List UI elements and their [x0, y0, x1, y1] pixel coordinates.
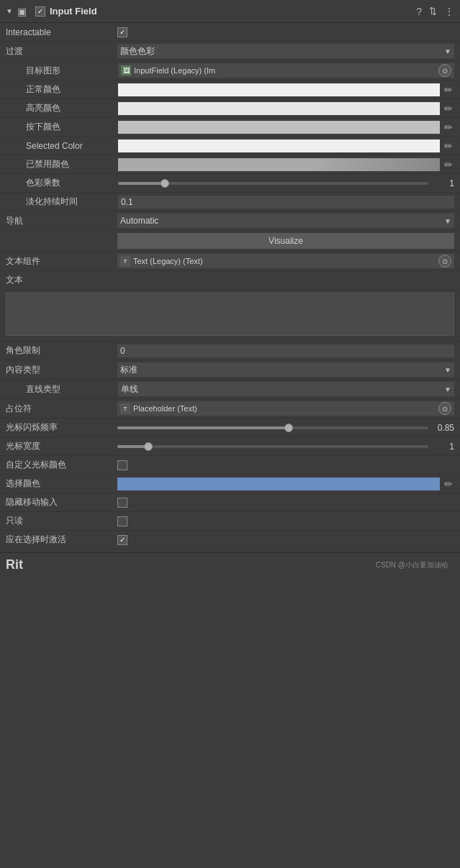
transition-value: 颜色色彩 ▼: [117, 44, 454, 58]
line-type-text: 单线: [121, 383, 138, 396]
line-type-dropdown[interactable]: 单线 ▼: [118, 382, 454, 396]
text-icon: T: [120, 256, 130, 266]
text-label-row: 文本: [0, 271, 460, 290]
read-only-label: 只读: [6, 515, 117, 527]
hide-mobile-label: 隐藏移动输入: [6, 496, 117, 508]
layout-toggle[interactable]: ▣: [17, 6, 27, 17]
caret-blink-display: 0.85: [433, 423, 454, 433]
selection-color-eyedropper[interactable]: ✏: [443, 478, 454, 490]
text-component-ref[interactable]: T Text (Legacy) (Text) ⊙: [117, 254, 454, 268]
selected-color-row: Selected Color ✏: [0, 137, 460, 155]
color-multiplier-track[interactable]: [118, 182, 428, 185]
fade-duration-input[interactable]: [118, 196, 454, 209]
help-icon[interactable]: ?: [416, 6, 422, 17]
normal-color-eyedropper[interactable]: ✏: [443, 84, 454, 96]
text-component-value: T Text (Legacy) (Text) ⊙: [117, 254, 454, 268]
content-type-dropdown[interactable]: 标准 ▼: [117, 362, 454, 377]
content-type-text: 标准: [120, 364, 137, 376]
enabled-checkbox[interactable]: ✓: [35, 6, 45, 17]
target-graphic-ref[interactable]: 🖼 InputField (Legacy) (Im ⊙: [118, 63, 454, 78]
color-multiplier-thumb[interactable]: [161, 179, 169, 188]
char-limit-input[interactable]: [117, 344, 454, 357]
disabled-color-eyedropper[interactable]: ✏: [443, 159, 454, 170]
transition-dropdown[interactable]: 颜色色彩 ▼: [117, 44, 454, 58]
navigation-dropdown[interactable]: Automatic ▼: [117, 214, 454, 228]
placeholder-ref[interactable]: T Placeholder (Text) ⊙: [117, 401, 454, 416]
normal-color-swatch[interactable]: [118, 83, 440, 96]
caret-blink-slider-container: 0.85: [117, 423, 454, 433]
transition-dropdown-text: 颜色色彩: [120, 45, 155, 58]
custom-caret-checkbox[interactable]: [117, 460, 127, 470]
content-type-arrow: ▼: [444, 366, 451, 374]
char-limit-row: 角色限制: [0, 342, 460, 360]
activate-checkbox[interactable]: ✓: [117, 535, 127, 545]
fade-duration-label: 淡化持续时间: [17, 196, 118, 208]
transition-row: 过渡 颜色色彩 ▼: [0, 42, 460, 61]
visualize-button[interactable]: Visualize: [117, 233, 454, 249]
disabled-color-label: 已禁用颜色: [17, 158, 118, 170]
caret-width-label: 光标宽度: [6, 440, 117, 452]
color-multiplier-fill: [118, 182, 165, 185]
caret-blink-fill: [117, 426, 289, 429]
header: ▼ ▣ ✓ Input Field ? ⇅ ⋮: [0, 0, 460, 23]
activate-row: 应在选择时激活 ✓: [0, 531, 460, 549]
char-limit-label: 角色限制: [6, 344, 117, 357]
component-title: Input Field: [50, 6, 97, 17]
text-area-input[interactable]: [6, 293, 454, 336]
caret-width-slider-container: 1: [117, 442, 454, 452]
color-multiplier-value: 1: [118, 178, 454, 188]
placeholder-value: T Placeholder (Text) ⊙: [117, 401, 454, 416]
normal-color-label: 正常颜色: [17, 83, 118, 96]
navigation-dropdown-arrow: ▼: [444, 217, 451, 225]
selected-color-value: ✏: [118, 140, 454, 152]
visualize-row: Visualize: [0, 231, 460, 252]
selection-color-swatch[interactable]: [117, 478, 440, 490]
caret-blink-row: 光标闪烁频率 0.85: [0, 419, 460, 437]
highlight-color-swatch[interactable]: [118, 102, 440, 115]
text-label: 文本: [6, 274, 117, 286]
placeholder-row: 占位符 T Placeholder (Text) ⊙: [0, 399, 460, 419]
disabled-color-swatch[interactable]: [118, 158, 440, 171]
caret-width-thumb[interactable]: [144, 442, 153, 451]
interactable-label: Interactable: [6, 27, 117, 37]
interactable-value: ✓: [117, 27, 454, 37]
read-only-checkbox[interactable]: [117, 516, 127, 526]
highlight-color-row: 高亮颜色 ✏: [0, 99, 460, 118]
caret-width-row: 光标宽度 1: [0, 437, 460, 456]
interactable-checkbox[interactable]: ✓: [117, 27, 127, 37]
caret-width-display: 1: [433, 442, 454, 452]
caret-blink-thumb[interactable]: [284, 424, 293, 432]
line-type-arrow: ▼: [444, 385, 451, 393]
highlight-color-eyedropper[interactable]: ✏: [443, 103, 454, 114]
highlight-color-label: 高亮颜色: [17, 102, 118, 114]
caret-width-track[interactable]: [117, 445, 428, 448]
text-component-text: Text (Legacy) (Text): [133, 257, 203, 265]
caret-blink-track[interactable]: [117, 426, 428, 429]
target-graphic-circle-btn[interactable]: ⊙: [438, 64, 451, 77]
selected-color-swatch[interactable]: [118, 140, 440, 152]
text-component-circle-btn[interactable]: ⊙: [438, 255, 451, 268]
rit-label: Rit: [6, 557, 23, 572]
color-multiplier-display: 1: [433, 178, 454, 188]
selected-color-label: Selected Color: [17, 141, 118, 151]
color-multiplier-slider-container: 1: [118, 178, 454, 188]
target-graphic-value: 🖼 InputField (Legacy) (Im ⊙: [118, 63, 454, 78]
selection-color-row: 选择颜色 ✏: [0, 475, 460, 493]
navigation-row: 导航 Automatic ▼: [0, 211, 460, 231]
pressed-color-eyedropper[interactable]: ✏: [443, 122, 454, 133]
line-type-row: 直线类型 单线 ▼: [0, 380, 460, 399]
collapse-icon[interactable]: ▼: [6, 7, 13, 15]
hide-mobile-checkbox[interactable]: [117, 498, 127, 508]
activate-label: 应在选择时激活: [6, 534, 117, 546]
content-type-row: 内容类型 标准 ▼: [0, 360, 460, 380]
selected-color-eyedropper[interactable]: ✏: [443, 140, 454, 152]
disabled-color-value: ✏: [118, 158, 454, 171]
header-right: ? ⇅ ⋮: [416, 6, 454, 17]
pressed-color-row: 按下颜色 ✏: [0, 118, 460, 137]
selection-color-value: ✏: [117, 478, 454, 490]
more-icon[interactable]: ⋮: [444, 6, 454, 17]
settings-icon[interactable]: ⇅: [429, 6, 437, 17]
placeholder-circle-btn[interactable]: ⊙: [438, 402, 451, 415]
pressed-color-swatch[interactable]: [118, 121, 440, 134]
hide-mobile-row: 隐藏移动输入: [0, 493, 460, 512]
